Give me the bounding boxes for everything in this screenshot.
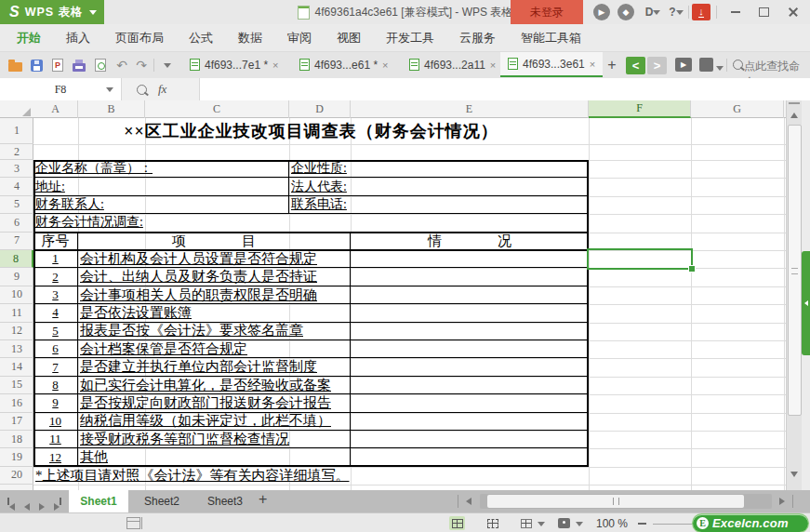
doc-tab-4-active[interactable]: 4f693...3e61 ×	[500, 52, 603, 77]
fill-handle[interactable]	[688, 265, 696, 273]
search-icon[interactable]	[733, 60, 743, 70]
doc-tab-2[interactable]: 4f693...e61 * ×	[292, 52, 396, 77]
menu-home[interactable]: 开始	[17, 30, 41, 47]
logo-dropdown-icon[interactable]	[89, 10, 97, 15]
menu-insert[interactable]: 插入	[66, 30, 90, 47]
zoom-slider[interactable]	[653, 524, 697, 525]
open-file-icon[interactable]	[6, 57, 24, 73]
row-header-4[interactable]: 4	[0, 178, 33, 195]
formula-input[interactable]	[201, 78, 810, 100]
horizontal-scrollbar[interactable]	[480, 494, 772, 509]
page-layout-view-icon[interactable]	[518, 516, 534, 530]
magnifier-icon[interactable]	[137, 85, 147, 95]
spreadsheet-grid[interactable]: ABCDEFG1234567891011121314151617181920××…	[0, 100, 786, 490]
row-header-17[interactable]: 17	[0, 413, 33, 431]
row-header-16[interactable]: 16	[0, 394, 33, 412]
help-icon[interactable]: ?	[666, 4, 686, 20]
tab-close-icon[interactable]: ×	[272, 60, 278, 71]
maximize-button[interactable]	[751, 0, 776, 24]
row-header-7[interactable]: 7	[0, 233, 33, 250]
menu-smart-toolbox[interactable]: 智能工具箱	[521, 30, 581, 47]
row-header-9[interactable]: 9	[0, 268, 33, 286]
menu-data[interactable]: 数据	[238, 30, 262, 47]
toolbar-dropdown-icon[interactable]	[158, 57, 177, 73]
redo-icon[interactable]: ↷	[132, 57, 151, 73]
doc-tab-3[interactable]: 4f693...2a11 ×	[402, 52, 503, 77]
macro-record-icon[interactable]	[126, 517, 140, 529]
share-dropdown-icon[interactable]	[716, 66, 724, 71]
close-button[interactable]	[781, 0, 805, 24]
save-icon[interactable]	[27, 57, 46, 73]
col-header-F[interactable]: F	[589, 100, 691, 118]
row-header-15[interactable]: 15	[0, 377, 33, 394]
scroll-down-icon[interactable]	[790, 472, 798, 477]
presentation-play-icon[interactable]: ▶	[675, 58, 692, 72]
hscroll-left-icon[interactable]	[466, 498, 471, 505]
normal-view-icon[interactable]	[449, 516, 465, 530]
split-handle[interactable]	[789, 102, 800, 109]
wps-logo[interactable]: S WPS 表格	[0, 0, 104, 24]
menu-formulas[interactable]: 公式	[189, 30, 213, 47]
sheet-tab-sheet3[interactable]: Sheet3	[195, 490, 255, 512]
zoom-out-icon[interactable]	[638, 523, 646, 525]
col-header-C[interactable]: C	[145, 100, 289, 118]
share-icon[interactable]	[699, 58, 713, 72]
undo-icon[interactable]: ↶	[113, 57, 131, 73]
col-header-D[interactable]: D	[289, 100, 351, 118]
menu-cloud[interactable]: 云服务	[459, 30, 496, 47]
col-header-B[interactable]: B	[78, 100, 145, 118]
minimize-button[interactable]	[724, 0, 748, 24]
insert-function-icon[interactable]: fx	[158, 82, 166, 97]
menu-view[interactable]: 视图	[337, 30, 361, 47]
reading-dropdown-icon[interactable]	[576, 522, 583, 526]
sheet-tab-sheet1[interactable]: Sheet1	[69, 490, 128, 512]
tab-close-icon[interactable]: ×	[382, 60, 388, 71]
promo-diamond-icon[interactable]: ◆	[617, 4, 634, 20]
tab-forward-button[interactable]: >	[647, 57, 667, 74]
tab-close-icon[interactable]: ×	[590, 59, 595, 70]
hscroll-right-icon[interactable]	[779, 498, 785, 505]
promo-play-icon[interactable]: ▶	[593, 4, 610, 20]
name-box-dropdown-icon[interactable]	[106, 87, 113, 92]
new-tab-button[interactable]: +	[603, 57, 621, 73]
login-button[interactable]: 未登录	[511, 0, 583, 24]
menu-page-layout[interactable]: 页面布局	[115, 30, 164, 47]
tab-back-button[interactable]: <	[626, 57, 645, 74]
row-header-18[interactable]: 18	[0, 431, 33, 448]
row-header-20[interactable]: 20	[0, 467, 33, 485]
row-header-14[interactable]: 14	[0, 358, 33, 376]
print-icon[interactable]	[70, 57, 88, 73]
tab-close-icon[interactable]: ×	[490, 60, 496, 71]
row-header-5[interactable]: 5	[0, 196, 33, 214]
vertical-scroll-thumb[interactable]	[788, 125, 802, 416]
view-dropdown-icon[interactable]	[538, 522, 545, 526]
skin-center-icon[interactable]: D	[642, 4, 664, 20]
footnote-cell[interactable]: *上述项目请对照《会计法》等有关内容详细填写。	[33, 467, 589, 485]
col-header-G[interactable]: G	[691, 100, 784, 118]
row-header-10[interactable]: 10	[0, 286, 33, 304]
scroll-up-icon[interactable]	[790, 113, 798, 118]
row-header-13[interactable]: 13	[0, 340, 33, 358]
horizontal-scroll-thumb[interactable]	[487, 495, 744, 508]
row-header-2[interactable]: 2	[0, 144, 33, 160]
print-preview-icon[interactable]	[91, 57, 110, 73]
row-header-6[interactable]: 6	[0, 214, 33, 232]
row-header-8[interactable]: 8	[0, 250, 33, 268]
row-header-1[interactable]: 1	[0, 118, 33, 144]
row-header-11[interactable]: 11	[0, 304, 33, 322]
vertical-scrollbar[interactable]	[786, 100, 802, 490]
download-update-icon[interactable]: ↓	[692, 4, 710, 20]
sheet-tab-sheet2[interactable]: Sheet2	[132, 490, 192, 512]
row-header-12[interactable]: 12	[0, 323, 33, 340]
row-header-19[interactable]: 19	[0, 448, 33, 466]
export-pdf-icon[interactable]	[48, 57, 67, 73]
title-cell[interactable]: ××区工业企业技改项目调查表（财务会计情况）	[33, 118, 589, 144]
menu-developer[interactable]: 开发工具	[386, 30, 434, 47]
selected-cell-F8[interactable]	[587, 248, 693, 270]
menu-review[interactable]: 审阅	[287, 30, 312, 47]
doc-tab-1[interactable]: 4f693...7e1 * ×	[182, 52, 286, 77]
reading-mode-icon[interactable]	[556, 516, 572, 530]
row-header-3[interactable]: 3	[0, 160, 33, 178]
task-pane-toggle[interactable]	[802, 251, 810, 355]
select-all-icon[interactable]	[22, 108, 31, 116]
